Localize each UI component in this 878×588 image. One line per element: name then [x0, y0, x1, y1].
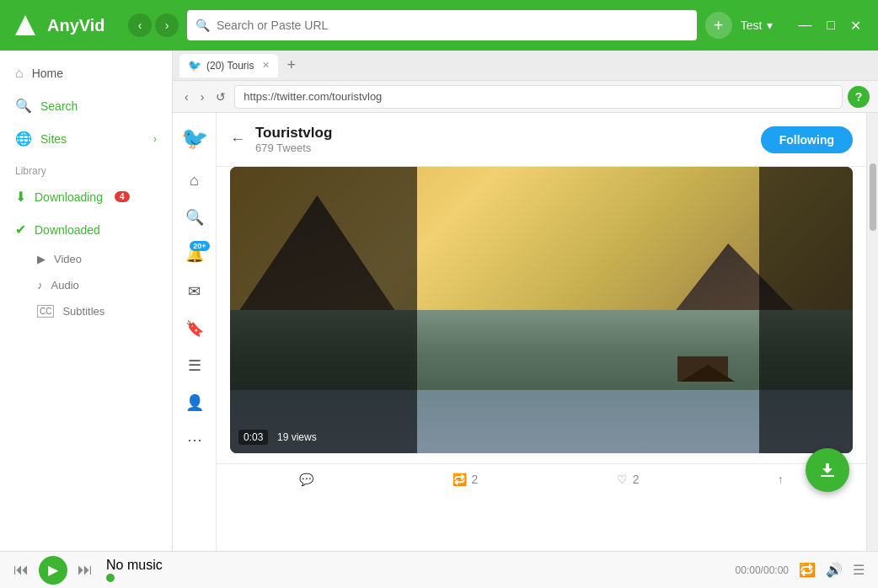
library-header: Library — [0, 155, 172, 180]
tab-label: (20) Touris — [206, 60, 254, 72]
main-area: ⌂ Home 🔍 Search 🌐 Sites › Library ⬇ Down… — [0, 51, 878, 551]
close-button[interactable]: ✕ — [843, 14, 868, 37]
twitter-profile-icon[interactable]: 👤 — [178, 386, 211, 420]
share-action[interactable]: ↑ — [778, 473, 784, 486]
audio-label: Audio — [51, 279, 79, 291]
sidebar-item-downloading[interactable]: ⬇ Downloading 4 — [0, 180, 172, 213]
sidebar: ⌂ Home 🔍 Search 🌐 Sites › Library ⬇ Down… — [0, 51, 173, 551]
retweet-count: 2 — [472, 473, 479, 486]
like-icon: ♡ — [617, 473, 628, 486]
tab-close-button[interactable]: ✕ — [262, 60, 270, 71]
browser-back-button[interactable]: ‹ — [181, 87, 192, 107]
browser-navigation: ‹ › ↺ ? — [173, 81, 878, 113]
sidebar-sub-subtitles[interactable]: CC Subtitles — [0, 298, 172, 324]
back-button[interactable]: ← — [230, 131, 245, 148]
sidebar-sites-label: Sites — [40, 132, 67, 146]
video-timestamp: 0:03 — [238, 430, 268, 445]
sidebar-sub-audio[interactable]: ♪ Audio — [0, 272, 172, 298]
twitter-notifications-icon[interactable]: 🔔 20+ — [178, 238, 211, 271]
twitter-messages-icon[interactable]: ✉ — [178, 275, 211, 308]
video-overlay-left — [230, 167, 417, 453]
play-button[interactable]: ▶ — [39, 556, 67, 585]
svg-rect-2 — [821, 475, 834, 477]
subtitles-icon: CC — [37, 305, 54, 318]
browser-refresh-button[interactable]: ↺ — [212, 87, 229, 107]
following-button[interactable]: Following — [761, 126, 853, 153]
subtitles-label: Subtitles — [62, 305, 104, 318]
browser-area: 🐦 (20) Touris ✕ + ‹ › ↺ ? 🐦 ⌂ 🔍 🔔 20+ — [173, 51, 878, 551]
scroll-thumb[interactable] — [870, 163, 876, 231]
queue-button[interactable]: ☰ — [853, 562, 865, 578]
title-bar: AnyVid ‹ › 🔍 + Test ▾ — □ ✕ — [0, 0, 878, 51]
maximize-button[interactable]: □ — [820, 14, 842, 37]
search-icon: 🔍 — [15, 98, 32, 114]
reply-action[interactable]: 💬 — [299, 473, 313, 486]
svg-marker-1 — [15, 20, 35, 35]
video-icon: ▶ — [37, 253, 46, 265]
tweet-content: ← Touristvlog 679 Tweets Following — [217, 113, 866, 551]
like-action[interactable]: ♡ 2 — [617, 473, 640, 486]
previous-button[interactable]: ⏮ — [13, 561, 29, 579]
audio-icon: ♪ — [37, 279, 43, 291]
track-info: No music — [106, 558, 725, 582]
twitter-lists-icon[interactable]: ☰ — [178, 349, 211, 382]
video-visual: 0:03 19 views — [230, 167, 853, 453]
sites-icon: 🌐 — [15, 131, 32, 147]
profile-tweets-count: 679 Tweets — [255, 142, 761, 154]
user-menu[interactable]: Test ▾ — [741, 19, 774, 32]
help-button[interactable]: ? — [848, 86, 870, 108]
chevron-right-icon: › — [153, 133, 157, 145]
user-dropdown-icon: ▾ — [767, 19, 773, 32]
twitter-logo-icon[interactable]: 🐦 — [178, 121, 211, 155]
minimize-button[interactable]: — — [791, 14, 818, 37]
next-button[interactable]: ⏭ — [78, 561, 93, 579]
address-bar[interactable] — [234, 85, 843, 109]
nav-forward-button[interactable]: › — [155, 13, 179, 37]
tweet-actions: 💬 🔁 2 ♡ 2 ↑ — [217, 463, 866, 494]
volume-button[interactable]: 🔊 — [826, 562, 843, 578]
twitter-tab-icon: 🐦 — [188, 59, 201, 72]
sidebar-sub-video[interactable]: ▶ Video — [0, 246, 172, 272]
twitter-more-icon[interactable]: ⋯ — [178, 423, 211, 457]
download-icon: ⬇ — [15, 189, 26, 205]
scroll-bar[interactable] — [866, 113, 878, 551]
new-tab-button[interactable]: + — [281, 56, 301, 74]
reply-icon: 💬 — [299, 473, 313, 486]
search-bar[interactable]: 🔍 — [187, 10, 697, 40]
retweet-action[interactable]: 🔁 2 — [452, 473, 479, 486]
twitter-search-icon[interactable]: 🔍 — [178, 200, 211, 234]
like-count: 2 — [633, 473, 640, 486]
tweet-header: ← Touristvlog 679 Tweets Following — [217, 113, 866, 167]
twitter-bookmarks-icon[interactable]: 🔖 — [178, 312, 211, 345]
video-label: Video — [54, 253, 82, 265]
profile-info: Touristvlog 679 Tweets — [255, 125, 761, 154]
track-name: No music — [106, 558, 725, 573]
home-icon: ⌂ — [15, 66, 24, 81]
browser-forward-button[interactable]: › — [197, 87, 208, 107]
browser-nav-buttons: ‹ › — [128, 13, 179, 37]
user-name: Test — [741, 19, 763, 32]
downloaded-icon: ✔ — [15, 222, 26, 238]
twitter-sidebar: 🐦 ⌂ 🔍 🔔 20+ ✉ 🔖 ☰ 👤 ⋯ — [173, 113, 217, 551]
time-display: 00:00/00:00 — [736, 564, 789, 576]
twitter-home-icon[interactable]: ⌂ — [178, 163, 211, 197]
nav-back-button[interactable]: ‹ — [128, 13, 152, 37]
house-roof — [681, 365, 735, 382]
video-views: 19 views — [272, 430, 322, 445]
repeat-button[interactable]: 🔁 — [799, 562, 816, 578]
sidebar-item-home[interactable]: ⌂ Home — [0, 57, 172, 89]
add-tab-button[interactable]: + — [705, 12, 732, 39]
sidebar-item-sites[interactable]: 🌐 Sites › — [0, 122, 172, 155]
video-overlay-right — [759, 167, 853, 453]
app-name: AnyVid — [47, 16, 105, 35]
profile-name: Touristvlog — [255, 125, 761, 142]
search-input[interactable] — [217, 19, 688, 32]
browser-tab-twitter[interactable]: 🐦 (20) Touris ✕ — [179, 54, 278, 78]
sidebar-item-downloaded[interactable]: ✔ Downloaded — [0, 213, 172, 246]
tab-bar: 🐦 (20) Touris ✕ + — [173, 51, 878, 81]
bottom-bar: ⏮ ▶ ⏭ No music 00:00/00:00 🔁 🔊 ☰ — [0, 551, 878, 588]
sidebar-item-search[interactable]: 🔍 Search — [0, 89, 172, 122]
downloading-label: Downloading — [35, 190, 103, 204]
download-fab-button[interactable] — [806, 448, 849, 492]
track-progress-indicator — [106, 574, 115, 582]
